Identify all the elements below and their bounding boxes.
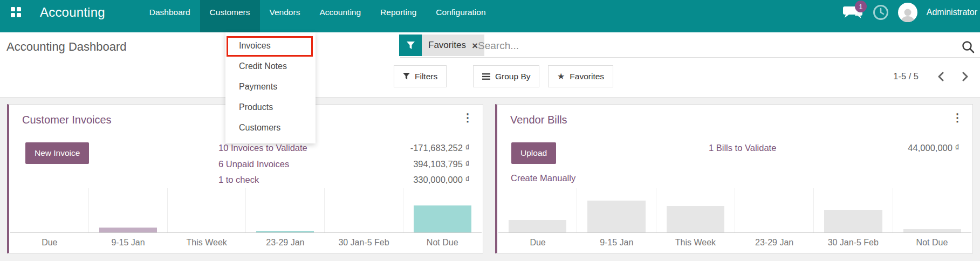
group-by-button-label: Group By: [495, 72, 530, 81]
filters-button[interactable]: Filters: [394, 65, 447, 87]
menu-item-reporting[interactable]: Reporting: [371, 0, 426, 32]
pager-previous-button[interactable]: [931, 65, 950, 87]
vendor-bills-stats: 1 Bills to Validate 44,000,000 ₫: [709, 140, 960, 156]
dropdown-item-customers[interactable]: Customers: [225, 118, 316, 138]
pager: 1-5 / 5: [893, 65, 975, 87]
dropdown-item-credit-notes[interactable]: Credit Notes: [225, 56, 316, 77]
menu-item-customers[interactable]: Customers: [200, 0, 260, 32]
x-axis-label: This Week: [167, 233, 246, 248]
x-axis-label: Not Due: [893, 233, 971, 248]
vendor-bills-chart: Due9-15 JanThis Week23-29 Jan30 Jan-5 Fe…: [498, 188, 971, 251]
x-axis-label: Not Due: [403, 233, 482, 248]
chart-x-axis: Due9-15 JanThis Week23-29 Jan30 Jan-5 Fe…: [498, 233, 971, 248]
menu-item-accounting[interactable]: Accounting: [310, 0, 371, 32]
chart-bar[interactable]: [903, 229, 962, 232]
search-facet-favorites[interactable]: Favorites ×: [399, 35, 484, 56]
vendor-bills-title[interactable]: Vendor Bills: [510, 114, 567, 126]
vendor-bills-card: Vendor Bills ⋮ Upload Create Manually 1 …: [495, 104, 973, 253]
apps-grid-icon[interactable]: [11, 7, 22, 18]
search-bar-divider: [400, 57, 980, 58]
stat-row: 6 Unpaid Invoices 394,103,795 ₫: [218, 156, 470, 173]
main-menu: Dashboard Customers Vendors Accounting R…: [140, 0, 496, 32]
dropdown-item-invoices[interactable]: Invoices: [225, 36, 316, 56]
chart-column: [813, 188, 892, 232]
to-check-amount: 330,000,000 ₫: [413, 175, 470, 185]
group-by-button[interactable]: Group By: [473, 65, 539, 87]
customer-invoices-stats: 10 Invoices to Validate -171,683,252 ₫ 6…: [218, 140, 470, 188]
systray: 1 Administrator: [843, 3, 980, 22]
group-by-bars-icon: [482, 73, 490, 80]
favorites-button-label: Favorites: [570, 72, 604, 81]
chart-column: [88, 188, 167, 232]
x-axis-label: 30 Jan-5 Feb: [814, 233, 893, 248]
unpaid-invoices-link[interactable]: 6 Unpaid Invoices: [218, 159, 289, 169]
message-count-badge[interactable]: 1: [855, 1, 867, 12]
x-axis-label: Due: [10, 233, 89, 248]
accounting-dashboard-screen: Accounting Dashboard Customers Vendors A…: [0, 0, 980, 261]
chart-x-axis: Due9-15 JanThis Week23-29 Jan30 Jan-5 Fe…: [10, 233, 482, 248]
chart-column: [893, 188, 971, 232]
facet-label: Favorites: [428, 40, 466, 51]
search-icon[interactable]: [961, 40, 975, 56]
chart-plot: [10, 188, 482, 233]
dropdown-item-products[interactable]: Products: [225, 97, 316, 118]
chart-bar[interactable]: [667, 206, 725, 232]
favorites-button[interactable]: ★ Favorites: [548, 65, 613, 87]
customer-invoices-chart: Due9-15 JanThis Week23-29 Jan30 Jan-5 Fe…: [10, 188, 482, 251]
new-invoice-button[interactable]: New Invoice: [25, 142, 89, 164]
chart-bar[interactable]: [587, 201, 646, 232]
to-check-link[interactable]: 1 to check: [218, 175, 259, 185]
menu-item-configuration[interactable]: Configuration: [426, 0, 495, 32]
create-manually-link[interactable]: Create Manually: [511, 173, 575, 183]
card-kebab-menu-icon[interactable]: ⋮: [952, 111, 963, 124]
facet-filter-icon: [399, 35, 422, 56]
chart-column: [324, 188, 403, 232]
upload-button[interactable]: Upload: [511, 142, 556, 164]
messages-icon[interactable]: 1: [843, 4, 864, 20]
chart-column: [656, 188, 735, 232]
pager-next-button[interactable]: [956, 65, 975, 87]
chart-bar[interactable]: [824, 210, 882, 232]
x-axis-label: 9-15 Jan: [89, 233, 168, 248]
filters-button-label: Filters: [415, 72, 437, 81]
search-input[interactable]: [477, 36, 813, 56]
chart-column: [245, 188, 324, 232]
customer-invoices-title[interactable]: Customer Invoices: [22, 114, 112, 126]
bills-to-validate-link[interactable]: 1 Bills to Validate: [709, 143, 776, 153]
chart-column: [498, 188, 577, 232]
card-kebab-menu-icon[interactable]: ⋮: [462, 111, 473, 124]
unpaid-invoices-amount: 394,103,795 ₫: [413, 159, 470, 169]
chart-plot: [498, 188, 971, 233]
user-name[interactable]: Administrator: [927, 8, 977, 17]
chart-column: [10, 188, 88, 232]
chart-bar[interactable]: [256, 231, 314, 232]
chart-bar[interactable]: [414, 205, 471, 232]
chart-bar[interactable]: [509, 220, 567, 232]
facet-body: Favorites ×: [422, 35, 484, 56]
top-navbar: Accounting Dashboard Customers Vendors A…: [0, 0, 980, 32]
menu-item-vendors[interactable]: Vendors: [260, 0, 310, 32]
chart-column: [735, 188, 813, 232]
app-title[interactable]: Accounting: [40, 5, 105, 20]
chart-column: [403, 188, 482, 232]
activities-clock-icon[interactable]: [873, 4, 889, 20]
user-avatar[interactable]: [898, 3, 917, 22]
invoices-to-validate-link[interactable]: 10 Invoices to Validate: [218, 143, 307, 153]
x-axis-label: This Week: [656, 233, 735, 248]
x-axis-label: 23-29 Jan: [735, 233, 814, 248]
customers-dropdown-menu: Invoices Credit Notes Payments Products …: [225, 32, 316, 143]
chart-bar[interactable]: [99, 228, 157, 232]
pager-range: 1-5 / 5: [893, 71, 919, 81]
invoices-to-validate-amount: -171,683,252 ₫: [410, 143, 470, 153]
filter-funnel-icon: [403, 73, 410, 80]
x-axis-label: 30 Jan-5 Feb: [325, 233, 403, 248]
stat-row: 1 Bills to Validate 44,000,000 ₫: [709, 140, 960, 156]
chart-column: [167, 188, 246, 232]
stat-row: 1 to check 330,000,000 ₫: [218, 172, 470, 188]
x-axis-label: Due: [498, 233, 577, 248]
dropdown-item-payments[interactable]: Payments: [225, 77, 316, 97]
menu-item-dashboard[interactable]: Dashboard: [140, 0, 200, 32]
breadcrumb-page-title: Accounting Dashboard: [6, 40, 127, 54]
x-axis-label: 9-15 Jan: [577, 233, 656, 248]
x-axis-label: 23-29 Jan: [246, 233, 325, 248]
